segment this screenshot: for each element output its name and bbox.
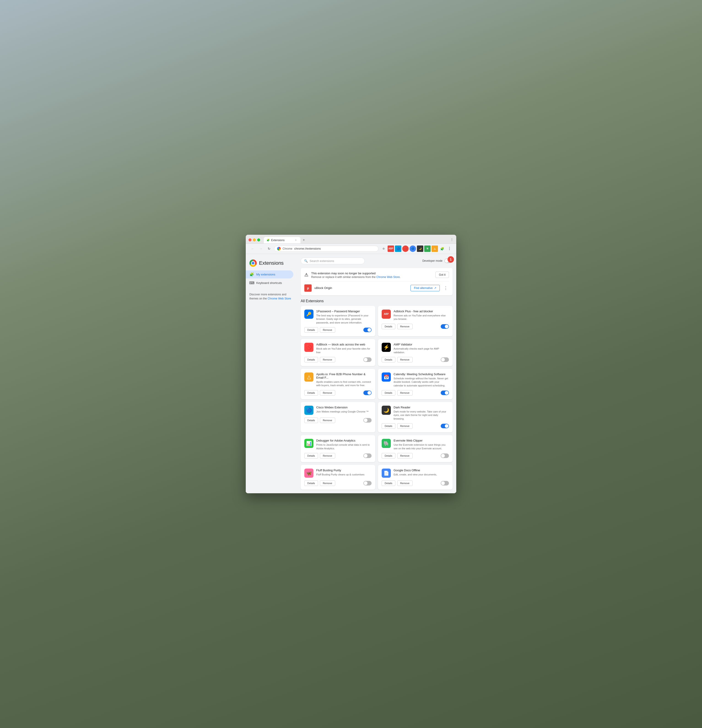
- toggle-apollo[interactable]: [363, 390, 371, 395]
- ext-name-cisco: Cisco Webex Extension: [316, 406, 368, 409]
- ext-card-actions-adblock-plus: Details Remove: [382, 324, 449, 329]
- details-button-adblock[interactable]: Details: [304, 357, 318, 363]
- remove-button-amp[interactable]: Remove: [397, 357, 413, 363]
- ext-card-header-fluff: 🦋 Fluff Busting Purity Fluff Busting Pur…: [304, 468, 371, 478]
- back-button[interactable]: ←: [249, 246, 256, 252]
- remove-button-google-docs[interactable]: Remove: [397, 481, 413, 486]
- toggle-evernote[interactable]: [441, 454, 449, 458]
- remove-button-dark-reader[interactable]: Remove: [397, 423, 413, 429]
- ext-desc-fluff: Fluff Busting Purity cleans up & customi…: [316, 473, 364, 476]
- ext-desc-1password: The best way to experience 1Password in …: [316, 314, 371, 324]
- details-button-google-docs[interactable]: Details: [382, 481, 396, 486]
- more-menu-button[interactable]: ⋮: [446, 246, 453, 252]
- toggle-1password[interactable]: [363, 328, 371, 332]
- ext-name-dark-reader: Dark Reader: [394, 406, 449, 409]
- address-bar: ← → ↻ Chrome chrome://extensions ☆ ABP 🔵…: [246, 244, 456, 254]
- ext-desc-calendly: Schedule meetings without the hassle. Ne…: [394, 377, 449, 387]
- active-tab[interactable]: 🧩 Extensions ×: [264, 237, 300, 243]
- details-button-cisco[interactable]: Details: [304, 417, 318, 423]
- forward-button[interactable]: →: [258, 246, 264, 252]
- toggle-debugger[interactable]: [363, 454, 371, 458]
- maximize-button[interactable]: [257, 238, 260, 241]
- main-layout: Extensions 🧩 My extensions ⌨ Keyboard sh…: [246, 254, 456, 493]
- ext-name-debugger: Debugger for Adobe Analytics: [316, 439, 371, 442]
- sidebar-title: Extensions: [259, 260, 284, 266]
- ext-card-amp: ⚡ AMP Validator Automatically checks eac…: [378, 339, 453, 366]
- search-box[interactable]: 🔍 Search extensions: [300, 258, 365, 264]
- toggle-adblock[interactable]: [363, 357, 371, 362]
- find-alternative-button[interactable]: Find alternative ↗: [410, 285, 440, 291]
- ublock-menu-button[interactable]: ⋮: [442, 285, 449, 291]
- details-button-1password[interactable]: Details: [304, 327, 318, 333]
- tab-bar: 🧩 Extensions × +: [264, 237, 448, 243]
- details-button-dark-reader[interactable]: Details: [382, 423, 396, 429]
- ext-desc-debugger: Prints to JavaScript console what data i…: [316, 443, 371, 450]
- minimize-button[interactable]: [253, 238, 256, 241]
- address-bar-input[interactable]: Chrome chrome://extensions: [274, 246, 378, 252]
- remove-button-calendly[interactable]: Remove: [397, 390, 413, 396]
- ext-icon-6[interactable]: N: [424, 246, 430, 252]
- tab-close-button[interactable]: ×: [294, 238, 298, 242]
- toggle-dark-reader[interactable]: [441, 424, 449, 428]
- warning-text: This extension may soon no longer be sup…: [311, 272, 433, 279]
- remove-button-cisco[interactable]: Remove: [320, 417, 335, 423]
- sidebar-item-my-extensions[interactable]: 🧩 My extensions: [246, 270, 293, 279]
- remove-button-fluff[interactable]: Remove: [320, 481, 335, 486]
- ext-card-header-1password: 🔑 1Password – Password Manager The best …: [304, 309, 371, 324]
- ext-icon-2[interactable]: 🔵: [395, 246, 402, 252]
- details-button-adblock-plus[interactable]: Details: [382, 324, 396, 329]
- toggle-amp[interactable]: [441, 357, 449, 362]
- toggle-cisco[interactable]: [363, 418, 371, 423]
- ext-card-info-apollo: Apollo.io: Free B2B Phone Number & Email…: [316, 373, 371, 387]
- details-button-fluff[interactable]: Details: [304, 481, 318, 486]
- ext-icon-7[interactable]: △: [432, 246, 438, 252]
- warning-banner: ⚠ This extension may soon no longer be s…: [300, 268, 453, 295]
- remove-button-adblock[interactable]: Remove: [320, 357, 335, 363]
- toggle-google-docs[interactable]: [441, 481, 449, 485]
- my-extensions-icon: 🧩: [249, 272, 254, 277]
- ublock-ext-name: uBlock Origin: [314, 286, 408, 290]
- sidebar-item-keyboard-shortcuts[interactable]: ⌨ Keyboard shortcuts: [246, 279, 293, 287]
- ext-card-evernote: 🐘 Evernote Web Clipper Use the Evernote …: [378, 435, 453, 462]
- ext-icon-8[interactable]: 🧩: [439, 246, 445, 252]
- remove-button-1password[interactable]: Remove: [320, 327, 335, 333]
- ext-card-header-adblock-plus: ABP Adblock Plus - free ad blocker Remov…: [382, 309, 449, 321]
- remove-button-debugger[interactable]: Remove: [320, 453, 335, 458]
- got-it-button[interactable]: Got it: [435, 272, 449, 278]
- chrome-web-store-warning-link[interactable]: Chrome Web Store: [376, 276, 400, 279]
- ext-icon-3[interactable]: 🚫: [402, 246, 409, 252]
- ext-icon-adblock: 🚫: [304, 343, 313, 352]
- details-button-calendly[interactable]: Details: [382, 390, 396, 396]
- toggle-adblock-plus[interactable]: [441, 324, 449, 329]
- ext-card-header-adblock: 🚫 AdBlock — block ads across the web Blo…: [304, 343, 371, 354]
- address-prefix: Chrome: [283, 247, 292, 250]
- ext-desc-cisco: Join Webex meetings using Google Chrome …: [316, 410, 368, 413]
- new-tab-button[interactable]: +: [301, 237, 306, 243]
- sidebar-item-label-keyboard-shortcuts: Keyboard shortcuts: [256, 281, 282, 285]
- remove-button-adblock-plus[interactable]: Remove: [397, 324, 413, 329]
- refresh-button[interactable]: ↻: [266, 246, 272, 252]
- toggle-fluff[interactable]: [363, 481, 371, 485]
- ext-icon-4[interactable]: 🔵: [410, 246, 416, 252]
- chrome-web-store-link[interactable]: Chrome Web Store: [267, 297, 291, 300]
- details-button-evernote[interactable]: Details: [382, 453, 396, 458]
- ext-icon-5[interactable]: 🌙: [417, 246, 423, 252]
- traffic-lights: [248, 238, 260, 241]
- ext-desc-adblock: Block ads on YouTube and your favorite s…: [316, 347, 371, 354]
- details-button-debugger[interactable]: Details: [304, 453, 318, 458]
- toggle-calendly[interactable]: [441, 390, 449, 395]
- details-button-apollo[interactable]: Details: [304, 390, 318, 396]
- sidebar-header: Extensions: [246, 258, 297, 270]
- developer-mode-label: Developer mode: [422, 259, 442, 263]
- content-area: 🔍 Search extensions Developer mode ⚠ Thi…: [297, 254, 456, 493]
- window-controls-icon[interactable]: ⋮: [450, 238, 454, 241]
- remove-button-evernote[interactable]: Remove: [397, 453, 413, 458]
- details-button-amp[interactable]: Details: [382, 357, 396, 363]
- ext-icon-fluff: 🦋: [304, 468, 313, 478]
- remove-button-apollo[interactable]: Remove: [320, 390, 335, 396]
- ext-icon-evernote: 🐘: [382, 439, 391, 448]
- close-button[interactable]: [248, 238, 251, 241]
- ext-icon-1[interactable]: ABP: [388, 246, 394, 252]
- find-alt-label: Find alternative: [414, 286, 433, 290]
- bookmark-icon[interactable]: ☆: [380, 246, 387, 252]
